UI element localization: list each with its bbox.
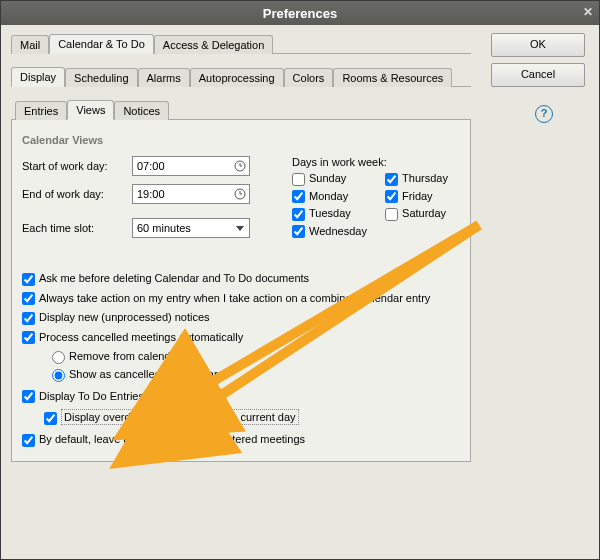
end-workday-field[interactable]: 19:00 [132, 184, 250, 204]
opt-display-overdue[interactable]: Display overdue To Do items on the curre… [44, 409, 460, 425]
tab-rooms-resources[interactable]: Rooms & Resources [333, 68, 452, 87]
opt-placeholder-countered[interactable]: By default, leave a placeholder for coun… [22, 433, 460, 447]
tab-scheduling[interactable]: Scheduling [65, 68, 137, 87]
start-workday-field[interactable]: 07:00 [132, 156, 250, 176]
clock-icon[interactable] [233, 159, 247, 173]
tab-autoprocessing[interactable]: Autoprocessing [190, 68, 284, 87]
days-header: Days in work week: [292, 156, 448, 168]
days-in-work-week: Days in work week: Sunday Monday Tuesday… [292, 156, 448, 242]
section-title: Calendar Views [22, 134, 460, 146]
chevron-down-icon[interactable] [233, 221, 247, 235]
tab-entries[interactable]: Entries [15, 101, 67, 120]
day-friday[interactable]: Friday [385, 190, 448, 204]
clock-icon[interactable] [233, 187, 247, 201]
titlebar: Preferences ✕ [1, 1, 599, 25]
tab-notices[interactable]: Notices [114, 101, 169, 120]
tab-calendar-todo[interactable]: Calendar & To Do [49, 34, 154, 54]
timeslot-field[interactable]: 60 minutes [132, 218, 250, 238]
ok-button[interactable]: OK [491, 33, 585, 57]
opt-process-cancelled[interactable]: Process cancelled meetings automatically [22, 331, 460, 345]
close-icon[interactable]: ✕ [583, 5, 593, 19]
day-thursday[interactable]: Thursday [385, 172, 448, 186]
tab-access-delegation[interactable]: Access & Delegation [154, 35, 274, 54]
day-saturday[interactable]: Saturday [385, 207, 448, 221]
help-icon[interactable]: ? [535, 105, 553, 123]
opt-always-action[interactable]: Always take action on my entry when I ta… [22, 292, 460, 306]
cancel-button[interactable]: Cancel [491, 63, 585, 87]
day-wednesday[interactable]: Wednesday [292, 225, 382, 239]
end-workday-label: End of work day: [22, 188, 132, 200]
opt-show-as-cancelled[interactable]: Show as cancelled in calendar [52, 368, 460, 382]
tab-alarms[interactable]: Alarms [138, 68, 190, 87]
day-monday[interactable]: Monday [292, 190, 382, 204]
opt-remove-from-calendar[interactable]: Remove from calendar [52, 350, 460, 364]
preferences-window: Preferences ✕ OK Cancel ? Mail Calendar … [0, 0, 600, 560]
day-sunday[interactable]: Sunday [292, 172, 382, 186]
tabs-subsub: Entries Views Notices [15, 99, 415, 120]
tab-colors[interactable]: Colors [284, 68, 334, 87]
start-workday-label: Start of work day: [22, 160, 132, 172]
window-title: Preferences [263, 6, 337, 21]
opt-display-todo[interactable]: Display To Do Entries [22, 390, 460, 404]
svg-marker-6 [236, 226, 244, 231]
timeslot-label: Each time slot: [22, 222, 132, 234]
tab-display[interactable]: Display [11, 67, 65, 87]
start-workday-value: 07:00 [137, 160, 165, 172]
tabs-sub: Display Scheduling Alarms Autoprocessing… [11, 66, 471, 87]
end-workday-value: 19:00 [137, 188, 165, 200]
views-panel: Calendar Views Start of work day: 07:00 … [11, 119, 471, 462]
day-tuesday[interactable]: Tuesday [292, 207, 382, 221]
opt-display-new[interactable]: Display new (unprocessed) notices [22, 311, 460, 325]
timeslot-value: 60 minutes [137, 222, 191, 234]
tabs-top: Mail Calendar & To Do Access & Delegatio… [11, 33, 471, 54]
opt-ask-delete[interactable]: Ask me before deleting Calendar and To D… [22, 272, 460, 286]
body: OK Cancel ? Mail Calendar & To Do Access… [1, 25, 599, 559]
dialog-buttons: OK Cancel [491, 33, 583, 93]
tab-mail[interactable]: Mail [11, 35, 49, 54]
tab-views[interactable]: Views [67, 100, 114, 120]
